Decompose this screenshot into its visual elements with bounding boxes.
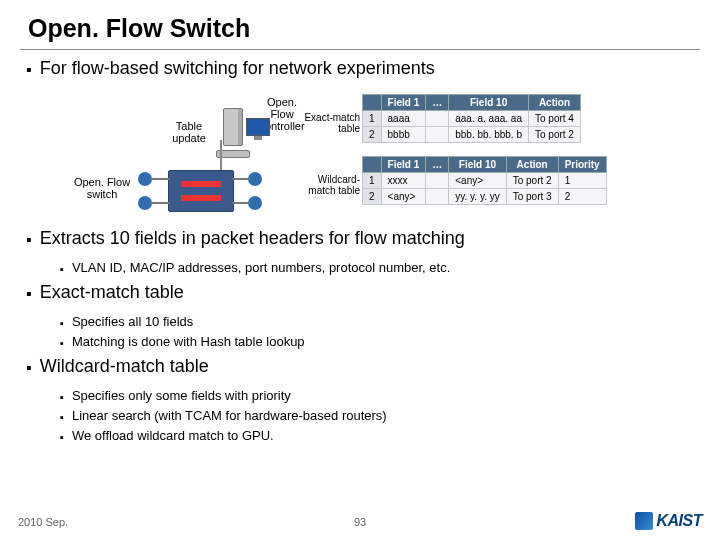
link-line	[220, 140, 222, 174]
wildcard-match-table: Field 1 … Field 10 Action Priority 1 xxx…	[362, 156, 607, 205]
lead-bullet-text: For flow-based switching for network exp…	[40, 58, 435, 79]
node-icon	[248, 196, 262, 210]
bullet-lvl1: ▪Exact-match table	[26, 282, 700, 306]
table-header-row: Field 1 … Field 10 Action	[363, 95, 581, 111]
update-label: Tableupdate	[166, 120, 212, 144]
table-row: 2 bbbb bbb. bb. bbb. b To port 2	[363, 127, 581, 143]
switch-icon	[168, 170, 234, 212]
link-line	[152, 202, 170, 204]
td	[426, 111, 449, 127]
td: 2	[558, 189, 606, 205]
sub-bullet-text: Specifies all 10 fields	[72, 314, 193, 332]
bullet-marker-icon: ▪	[60, 428, 64, 446]
link-line	[152, 178, 170, 180]
bullet-marker-icon: ▪	[60, 388, 64, 406]
td: 2	[363, 127, 382, 143]
logo-mark-icon	[635, 512, 653, 530]
bullet-lvl2: ▪We offload wildcard match to GPU.	[60, 428, 700, 446]
table-row: 1 aaaa aaa. a. aaa. aa To port 4	[363, 111, 581, 127]
table-row: 1 xxxx <any> To port 2 1	[363, 173, 607, 189]
sub-bullet-text: We offload wildcard match to GPU.	[72, 428, 274, 446]
th: Field 10	[449, 157, 506, 173]
bullet-marker-icon: ▪	[60, 260, 64, 278]
node-icon	[138, 196, 152, 210]
td: aaa. a. aaa. aa	[449, 111, 529, 127]
logo: KAIST	[635, 512, 703, 530]
th	[363, 95, 382, 111]
th: …	[426, 95, 449, 111]
bullet-marker-icon: ▪	[26, 58, 32, 82]
bullet-lvl1: ▪Wildcard-match table	[26, 356, 700, 380]
td: 1	[363, 111, 382, 127]
bullet-marker-icon: ▪	[60, 408, 64, 426]
exact-match-table: Field 1 … Field 10 Action 1 aaaa aaa. a.…	[362, 94, 581, 143]
table-header-row: Field 1 … Field 10 Action Priority	[363, 157, 607, 173]
logo-text: KAIST	[657, 512, 703, 530]
bullet-lvl2: ▪Specifies all 10 fields	[60, 314, 700, 332]
node-icon	[138, 172, 152, 186]
link-line	[232, 202, 250, 204]
switch-label: Open. Flowswitch	[68, 176, 136, 200]
th: Action	[528, 95, 580, 111]
lead-bullet: ▪ For flow-based switching for network e…	[26, 58, 700, 82]
bullet-text: Exact-match table	[40, 282, 184, 303]
th: …	[426, 157, 449, 173]
footer-page: 93	[354, 516, 366, 528]
th: Field 1	[381, 157, 426, 173]
td: <any>	[381, 189, 426, 205]
sub-bullet-text: Specifies only some fields with priority	[72, 388, 291, 406]
bullet-lvl2: ▪VLAN ID, MAC/IP addresses, port numbers…	[60, 260, 700, 278]
td: aaaa	[381, 111, 426, 127]
link-line	[232, 178, 250, 180]
sub-bullet-text: Linear search (with TCAM for hardware-ba…	[72, 408, 387, 426]
td: 2	[363, 189, 382, 205]
divider	[20, 49, 700, 50]
td: To port 4	[528, 111, 580, 127]
bullet-text: Extracts 10 fields in packet headers for…	[40, 228, 465, 249]
slide: Open. Flow Switch ▪ For flow-based switc…	[0, 0, 720, 540]
th: Field 1	[381, 95, 426, 111]
td	[426, 189, 449, 205]
td: 1	[558, 173, 606, 189]
td: bbb. bb. bbb. b	[449, 127, 529, 143]
bullet-marker-icon: ▪	[26, 282, 32, 306]
td: To port 2	[528, 127, 580, 143]
th: Field 10	[449, 95, 529, 111]
footer-date: 2010 Sep.	[18, 516, 68, 528]
bullet-text: Wildcard-match table	[40, 356, 209, 377]
sub-bullet-text: Matching is done with Hash table lookup	[72, 334, 305, 352]
exact-label: Exact-matchtable	[296, 112, 360, 134]
monitor-icon	[246, 118, 270, 142]
td: xxxx	[381, 173, 426, 189]
bullet-marker-icon: ▪	[60, 334, 64, 352]
wild-label: Wildcard-match table	[296, 174, 360, 196]
node-icon	[248, 172, 262, 186]
sub-bullet-text: VLAN ID, MAC/IP addresses, port numbers,…	[72, 260, 450, 278]
bullet-lvl1: ▪Extracts 10 fields in packet headers fo…	[26, 228, 700, 252]
th: Action	[506, 157, 558, 173]
bullet-marker-icon: ▪	[60, 314, 64, 332]
bullet-marker-icon: ▪	[26, 228, 32, 252]
bullet-marker-icon: ▪	[26, 356, 32, 380]
td: 1	[363, 173, 382, 189]
th	[363, 157, 382, 173]
td: To port 3	[506, 189, 558, 205]
bullet-lvl2: ▪Linear search (with TCAM for hardware-b…	[60, 408, 700, 426]
bullet-lvl2: ▪Specifies only some fields with priorit…	[60, 388, 700, 406]
td: bbbb	[381, 127, 426, 143]
td: <any>	[449, 173, 506, 189]
table-row: 2 <any> yy. y. y. yy To port 3 2	[363, 189, 607, 205]
diagram: Open. Flowswitch Tableupdate Open. Flowc…	[20, 90, 700, 222]
td: To port 2	[506, 173, 558, 189]
td	[426, 173, 449, 189]
td	[426, 127, 449, 143]
bullet-list: ▪Extracts 10 fields in packet headers fo…	[20, 228, 700, 446]
slide-title: Open. Flow Switch	[28, 14, 700, 43]
bullet-lvl2: ▪Matching is done with Hash table lookup	[60, 334, 700, 352]
td: yy. y. y. yy	[449, 189, 506, 205]
th: Priority	[558, 157, 606, 173]
